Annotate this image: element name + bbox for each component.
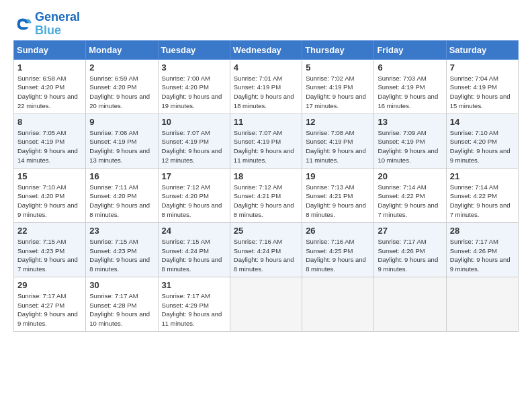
day-number: 13	[378, 117, 443, 127]
header-cell-tuesday: Tuesday	[158, 40, 230, 59]
calendar-cell: 29Sunrise: 7:17 AMSunset: 4:27 PMDayligh…	[14, 277, 86, 331]
calendar-cell: 28Sunrise: 7:17 AMSunset: 4:26 PMDayligh…	[446, 222, 518, 277]
header-cell-friday: Friday	[374, 40, 446, 59]
cell-details: Sunrise: 7:12 AMSunset: 4:20 PMDaylight:…	[162, 183, 227, 220]
cell-details: Sunrise: 7:11 AMSunset: 4:20 PMDaylight:…	[89, 183, 154, 220]
calendar-cell: 15Sunrise: 7:10 AMSunset: 4:20 PMDayligh…	[14, 168, 86, 222]
calendar-cell: 21Sunrise: 7:14 AMSunset: 4:22 PMDayligh…	[446, 168, 518, 222]
cell-details: Sunrise: 6:58 AMSunset: 4:20 PMDaylight:…	[17, 74, 83, 111]
cell-details: Sunrise: 7:17 AMSunset: 4:26 PMDaylight:…	[450, 237, 515, 274]
calendar-cell: 18Sunrise: 7:12 AMSunset: 4:21 PMDayligh…	[230, 168, 302, 222]
calendar-cell: 11Sunrise: 7:07 AMSunset: 4:19 PMDayligh…	[230, 113, 302, 168]
calendar-cell	[302, 277, 374, 331]
week-row-5: 29Sunrise: 7:17 AMSunset: 4:27 PMDayligh…	[14, 277, 519, 331]
cell-details: Sunrise: 7:15 AMSunset: 4:23 PMDaylight:…	[17, 237, 83, 274]
cell-details: Sunrise: 7:16 AMSunset: 4:24 PMDaylight:…	[234, 237, 299, 274]
cell-details: Sunrise: 7:03 AMSunset: 4:19 PMDaylight:…	[378, 74, 443, 111]
calendar-cell: 27Sunrise: 7:17 AMSunset: 4:26 PMDayligh…	[374, 222, 446, 277]
calendar-cell: 2Sunrise: 6:59 AMSunset: 4:20 PMDaylight…	[86, 59, 158, 113]
day-number: 7	[450, 62, 515, 73]
calendar-cell: 14Sunrise: 7:10 AMSunset: 4:20 PMDayligh…	[446, 113, 518, 168]
header-cell-wednesday: Wednesday	[230, 40, 302, 59]
cell-details: Sunrise: 7:02 AMSunset: 4:19 PMDaylight:…	[306, 74, 371, 111]
calendar-cell: 24Sunrise: 7:15 AMSunset: 4:24 PMDayligh…	[158, 222, 230, 277]
header: General Blue	[13, 11, 519, 38]
week-row-2: 8Sunrise: 7:05 AMSunset: 4:19 PMDaylight…	[14, 113, 519, 168]
calendar-cell: 20Sunrise: 7:14 AMSunset: 4:22 PMDayligh…	[374, 168, 446, 222]
calendar-cell: 19Sunrise: 7:13 AMSunset: 4:21 PMDayligh…	[302, 168, 374, 222]
day-number: 22	[17, 226, 83, 236]
cell-details: Sunrise: 7:17 AMSunset: 4:26 PMDaylight:…	[378, 237, 443, 274]
day-number: 15	[17, 171, 83, 181]
day-number: 9	[89, 117, 154, 127]
calendar-cell: 31Sunrise: 7:17 AMSunset: 4:29 PMDayligh…	[158, 277, 230, 331]
cell-details: Sunrise: 7:05 AMSunset: 4:19 PMDaylight:…	[17, 128, 83, 165]
cell-details: Sunrise: 7:10 AMSunset: 4:20 PMDaylight:…	[450, 128, 515, 165]
calendar-cell: 25Sunrise: 7:16 AMSunset: 4:24 PMDayligh…	[230, 222, 302, 277]
day-number: 29	[17, 280, 83, 290]
calendar-cell	[374, 277, 446, 331]
calendar-table: SundayMondayTuesdayWednesdayThursdayFrid…	[13, 40, 519, 332]
cell-details: Sunrise: 7:10 AMSunset: 4:20 PMDaylight:…	[17, 183, 83, 220]
calendar-cell: 23Sunrise: 7:15 AMSunset: 4:23 PMDayligh…	[86, 222, 158, 277]
calendar-cell: 6Sunrise: 7:03 AMSunset: 4:19 PMDaylight…	[374, 59, 446, 113]
cell-details: Sunrise: 7:04 AMSunset: 4:19 PMDaylight:…	[450, 74, 515, 111]
day-number: 20	[378, 171, 443, 181]
calendar-cell: 17Sunrise: 7:12 AMSunset: 4:20 PMDayligh…	[158, 168, 230, 222]
day-number: 8	[17, 117, 83, 127]
day-number: 1	[17, 62, 83, 73]
day-number: 17	[162, 171, 227, 181]
cell-details: Sunrise: 7:16 AMSunset: 4:25 PMDaylight:…	[306, 237, 371, 274]
calendar-cell: 1Sunrise: 6:58 AMSunset: 4:20 PMDaylight…	[14, 59, 86, 113]
cell-details: Sunrise: 7:00 AMSunset: 4:20 PMDaylight:…	[162, 74, 227, 111]
calendar-cell	[230, 277, 302, 331]
calendar-cell: 8Sunrise: 7:05 AMSunset: 4:19 PMDaylight…	[14, 113, 86, 168]
cell-details: Sunrise: 7:14 AMSunset: 4:22 PMDaylight:…	[378, 183, 443, 220]
cell-details: Sunrise: 7:15 AMSunset: 4:23 PMDaylight:…	[89, 237, 154, 274]
day-number: 31	[162, 280, 227, 290]
day-number: 24	[162, 226, 227, 236]
day-number: 6	[378, 62, 443, 73]
day-number: 28	[450, 226, 515, 236]
logo: General Blue	[13, 11, 80, 38]
calendar-cell: 7Sunrise: 7:04 AMSunset: 4:19 PMDaylight…	[446, 59, 518, 113]
cell-details: Sunrise: 7:17 AMSunset: 4:28 PMDaylight:…	[89, 291, 154, 328]
calendar-cell: 12Sunrise: 7:08 AMSunset: 4:19 PMDayligh…	[302, 113, 374, 168]
week-row-4: 22Sunrise: 7:15 AMSunset: 4:23 PMDayligh…	[14, 222, 519, 277]
day-number: 12	[306, 117, 371, 127]
header-row: SundayMondayTuesdayWednesdayThursdayFrid…	[14, 40, 519, 59]
week-row-1: 1Sunrise: 6:58 AMSunset: 4:20 PMDaylight…	[14, 59, 519, 113]
day-number: 18	[234, 171, 299, 181]
logo-icon	[13, 15, 32, 34]
cell-details: Sunrise: 7:14 AMSunset: 4:22 PMDaylight:…	[450, 183, 515, 220]
cell-details: Sunrise: 7:15 AMSunset: 4:24 PMDaylight:…	[162, 237, 227, 274]
cell-details: Sunrise: 7:01 AMSunset: 4:19 PMDaylight:…	[234, 74, 299, 111]
cell-details: Sunrise: 6:59 AMSunset: 4:20 PMDaylight:…	[89, 74, 154, 111]
day-number: 2	[89, 62, 154, 73]
day-number: 23	[89, 226, 154, 236]
cell-details: Sunrise: 7:08 AMSunset: 4:19 PMDaylight:…	[306, 128, 371, 165]
day-number: 10	[162, 117, 227, 127]
calendar-cell	[446, 277, 518, 331]
day-number: 11	[234, 117, 299, 127]
week-row-3: 15Sunrise: 7:10 AMSunset: 4:20 PMDayligh…	[14, 168, 519, 222]
cell-details: Sunrise: 7:12 AMSunset: 4:21 PMDaylight:…	[234, 183, 299, 220]
day-number: 4	[234, 62, 299, 73]
day-number: 16	[89, 171, 154, 181]
day-number: 21	[450, 171, 515, 181]
calendar-cell: 13Sunrise: 7:09 AMSunset: 4:19 PMDayligh…	[374, 113, 446, 168]
logo-text: General Blue	[35, 11, 80, 38]
calendar-cell: 9Sunrise: 7:06 AMSunset: 4:19 PMDaylight…	[86, 113, 158, 168]
cell-details: Sunrise: 7:17 AMSunset: 4:27 PMDaylight:…	[17, 291, 83, 328]
calendar-cell: 26Sunrise: 7:16 AMSunset: 4:25 PMDayligh…	[302, 222, 374, 277]
calendar-cell: 5Sunrise: 7:02 AMSunset: 4:19 PMDaylight…	[302, 59, 374, 113]
page: General Blue SundayMondayTuesdayWednesda…	[0, 0, 532, 338]
cell-details: Sunrise: 7:09 AMSunset: 4:19 PMDaylight:…	[378, 128, 443, 165]
calendar-cell: 22Sunrise: 7:15 AMSunset: 4:23 PMDayligh…	[14, 222, 86, 277]
calendar-cell: 3Sunrise: 7:00 AMSunset: 4:20 PMDaylight…	[158, 59, 230, 113]
cell-details: Sunrise: 7:17 AMSunset: 4:29 PMDaylight:…	[162, 291, 227, 328]
day-number: 5	[306, 62, 371, 73]
day-number: 19	[306, 171, 371, 181]
header-cell-monday: Monday	[86, 40, 158, 59]
day-number: 30	[89, 280, 154, 290]
